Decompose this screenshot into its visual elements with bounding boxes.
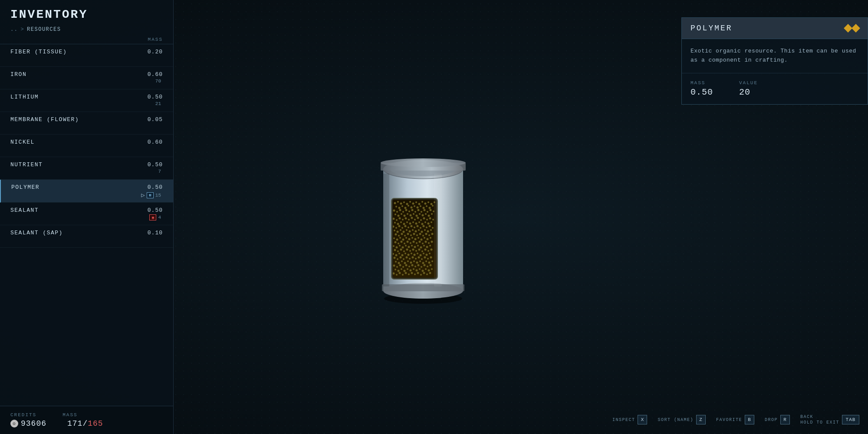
svg-point-107 [415,230,417,233]
svg-point-93 [414,227,415,228]
mass-value: 171/165 [67,419,103,428]
svg-point-235 [410,270,412,272]
svg-point-13 [418,203,421,205]
svg-point-146 [416,242,418,244]
svg-rect-262 [434,174,442,286]
keybind-inspect[interactable]: INSPECTX [612,415,648,424]
inventory-item-iron[interactable]: IRON0.6070 [0,67,173,89]
svg-point-168 [403,250,405,252]
svg-point-252 [420,274,422,276]
svg-rect-263 [383,174,389,286]
svg-point-191 [394,257,396,259]
item-name-sealant_sap: SEALANT (SAP) [10,230,63,236]
svg-point-211 [416,262,418,264]
svg-point-246 [402,274,404,276]
center-area [174,0,673,434]
svg-point-165 [394,249,396,251]
inventory-item-nutrient[interactable]: NUTRIENT0.507 [0,157,173,180]
inventory-item-nickel[interactable]: NICKEL0.60 [0,135,173,157]
mass-separator: / [82,419,88,428]
key-favorite[interactable]: B [745,415,754,424]
mass-max: 165 [88,419,103,428]
svg-point-226 [421,266,422,268]
keybinds-bar: INSPECTXSORT (NAME)ZFAVORITEBDROPRBACK H… [612,414,859,425]
svg-point-133 [414,238,417,240]
keybind-label-drop: DROP [765,417,778,423]
inventory-item-sealant_sap[interactable]: SEALANT (SAP)0.10 [0,225,173,248]
svg-point-177 [431,249,433,251]
svg-point-22 [404,207,407,209]
left-panel: INVENTORY .. > RESOURCES MASS FIBER (TIS… [0,0,174,434]
svg-point-230 [395,269,396,270]
credits-amount: 93606 [21,419,46,428]
keybind-drop[interactable]: DROPR [765,415,790,424]
svg-point-60 [396,219,398,221]
item-name-lithium: LITHIUM [10,94,39,100]
key-back[interactable]: TAB [842,415,859,424]
svg-point-77 [406,221,408,223]
svg-point-115 [401,233,403,235]
svg-point-110 [424,229,426,231]
svg-point-142 [404,243,405,244]
svg-point-220 [402,266,404,268]
item-mass-lithium: 0.50 [148,94,163,100]
svg-point-102 [400,229,401,231]
keybind-favorite[interactable]: FAVORITEB [716,415,754,424]
svg-point-7 [400,203,402,205]
svg-point-219 [399,264,401,266]
keybind-sort[interactable]: SORT (NAME)Z [658,415,706,424]
svg-point-97 [426,227,427,228]
svg-point-185 [414,254,416,256]
svg-point-215 [428,262,431,264]
key-inspect[interactable]: X [638,415,647,424]
svg-point-99 [432,227,434,229]
svg-point-208 [407,260,409,262]
svg-point-121 [419,233,421,235]
svg-point-36 [405,209,408,211]
item-header: POLYMER [682,18,868,39]
svg-point-187 [420,254,422,256]
cursor-icon: ▷ [141,191,145,199]
svg-point-175 [424,249,427,251]
svg-point-103 [403,231,405,233]
inventory-item-membrane[interactable]: MEMBRANE (FLOWER)0.05 [0,112,173,135]
svg-point-233 [404,270,406,272]
svg-point-39 [414,211,416,213]
value-stat-label: VALUE [739,80,758,85]
inventory-item-lithium[interactable]: LITHIUM0.5021 [0,89,173,112]
breadcrumb-parent[interactable]: .. [10,26,18,33]
key-sort[interactable]: Z [696,415,706,424]
svg-point-49 [404,215,406,217]
item-name-nickel: NICKEL [10,139,35,145]
inventory-list[interactable]: FIBER (TISSUE)0.20IRON0.6070LITHIUM0.502… [0,44,173,406]
svg-point-64 [408,219,410,220]
svg-point-12 [415,201,417,203]
inventory-item-sealant[interactable]: SEALANT0.50▣4 [0,203,173,225]
svg-point-240 [425,268,427,270]
svg-point-29 [426,205,427,207]
svg-point-57 [428,215,430,217]
keybind-back[interactable]: BACK HOLD TO EXITTAB [800,414,859,425]
svg-point-139 [395,241,397,243]
inventory-item-fiber[interactable]: FIBER (TISSUE)0.20 [0,44,173,67]
svg-point-94 [417,225,419,227]
svg-point-180 [398,253,400,254]
svg-point-163 [426,246,428,248]
item-count-iron: 70 [155,79,163,84]
inventory-item-polymer[interactable]: POLYMER0.50▷▣15 [0,180,173,203]
svg-point-253 [423,272,425,274]
svg-point-122 [422,235,424,237]
svg-point-135 [421,239,423,241]
svg-point-38 [411,209,414,211]
key-drop[interactable]: R [780,415,790,424]
svg-point-194 [403,258,404,260]
svg-point-190 [429,253,431,254]
svg-point-20 [398,207,401,209]
keybind-label-favorite: FAVORITE [716,417,742,423]
credits-value: ◎ 93606 [10,419,46,428]
svg-point-154 [399,245,401,247]
svg-point-88 [398,225,401,227]
svg-point-188 [423,253,424,254]
svg-point-8 [403,201,405,203]
svg-point-46 [395,214,396,215]
